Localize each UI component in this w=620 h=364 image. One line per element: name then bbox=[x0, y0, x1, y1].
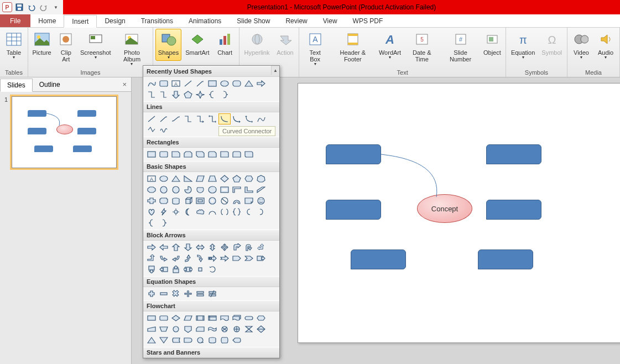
rect-snip2same[interactable] bbox=[182, 149, 194, 160]
basic-double-bracket[interactable] bbox=[218, 206, 231, 217]
fc-stored-data[interactable] bbox=[170, 335, 182, 346]
basic-can[interactable] bbox=[170, 195, 182, 206]
fc-connector[interactable] bbox=[170, 324, 182, 335]
arrow-notched[interactable] bbox=[218, 253, 231, 264]
shape-elbow[interactable] bbox=[145, 89, 158, 100]
fc-collate[interactable] bbox=[243, 324, 255, 335]
fc-sort[interactable] bbox=[255, 324, 267, 335]
basic-half-frame[interactable] bbox=[231, 184, 243, 195]
rect-round2same[interactable] bbox=[231, 149, 243, 160]
wordart-button[interactable]: AWordArt▾ bbox=[377, 29, 403, 61]
basic-cloud[interactable] bbox=[194, 206, 206, 217]
basic-cube[interactable] bbox=[182, 195, 194, 206]
basic-arc[interactable] bbox=[206, 206, 218, 217]
basic-double-brace[interactable] bbox=[231, 206, 243, 217]
arrow-callout-l[interactable] bbox=[158, 264, 170, 275]
basic-rt-triangle[interactable] bbox=[182, 173, 194, 184]
basic-textbox[interactable]: A bbox=[145, 173, 158, 184]
basic-teardrop[interactable] bbox=[206, 184, 218, 195]
basic-heart[interactable] bbox=[145, 206, 158, 217]
arrow-down[interactable] bbox=[182, 242, 194, 253]
arrow-curved-left[interactable] bbox=[170, 253, 182, 264]
line-elbow[interactable] bbox=[182, 113, 194, 124]
basic-lshape[interactable] bbox=[243, 184, 255, 195]
eq-plus[interactable] bbox=[145, 288, 158, 299]
fc-display[interactable] bbox=[231, 335, 243, 346]
basic-diamond[interactable] bbox=[218, 173, 231, 184]
rect-plain[interactable] bbox=[145, 149, 158, 160]
basic-diag-stripe[interactable] bbox=[255, 184, 267, 195]
shape-star4[interactable] bbox=[194, 89, 206, 100]
tab-insert[interactable]: Insert bbox=[64, 15, 97, 28]
arrow-leftup[interactable] bbox=[255, 242, 267, 253]
screenshot-button[interactable]: Screenshot▾ bbox=[79, 29, 112, 61]
shape-elbow-arrow[interactable] bbox=[158, 89, 170, 100]
basic-hexagon[interactable] bbox=[243, 173, 255, 184]
fc-document[interactable] bbox=[218, 313, 231, 324]
fc-terminator[interactable] bbox=[243, 313, 255, 324]
arrow-curved-up[interactable] bbox=[182, 253, 194, 264]
datetime-button[interactable]: 5Date & Time bbox=[404, 29, 440, 64]
tab-home[interactable]: Home bbox=[30, 14, 64, 27]
tab-slideshow[interactable]: Slide Show bbox=[229, 14, 278, 27]
save-icon[interactable] bbox=[14, 2, 24, 12]
clipart-button[interactable]: Clip Art bbox=[54, 29, 77, 64]
basic-sun[interactable] bbox=[170, 206, 182, 217]
rect-snip2diag[interactable] bbox=[194, 149, 206, 160]
chart-button[interactable]: Chart bbox=[213, 29, 237, 58]
basic-pentagon[interactable] bbox=[231, 173, 243, 184]
arrow-callout-r[interactable] bbox=[255, 253, 267, 264]
basic-donut[interactable] bbox=[206, 195, 218, 206]
arrow-bent[interactable] bbox=[231, 242, 243, 253]
fc-seq-storage[interactable] bbox=[194, 335, 206, 346]
eq-notequal[interactable] bbox=[206, 288, 218, 299]
rect-rounded[interactable] bbox=[158, 149, 170, 160]
shape-right-arrow[interactable] bbox=[255, 78, 267, 89]
fc-or[interactable] bbox=[231, 324, 243, 335]
basic-dodecagon[interactable] bbox=[170, 184, 182, 195]
basic-bevel[interactable] bbox=[194, 195, 206, 206]
object-button[interactable]: Object bbox=[481, 29, 503, 58]
pane-close-button[interactable]: × bbox=[122, 80, 127, 89]
basic-pie[interactable] bbox=[182, 184, 194, 195]
shape-freeform[interactable] bbox=[145, 78, 158, 89]
arrow-bent-up[interactable] bbox=[145, 253, 158, 264]
eq-equal[interactable] bbox=[194, 288, 206, 299]
arrow-pentagon[interactable] bbox=[231, 253, 243, 264]
fc-preparation[interactable] bbox=[255, 313, 267, 324]
basic-chord[interactable] bbox=[194, 184, 206, 195]
arrow-callout-quad[interactable] bbox=[194, 264, 206, 275]
shape-down-arrow[interactable] bbox=[170, 89, 182, 100]
arrow-callout-d[interactable] bbox=[145, 264, 158, 275]
arrow-left[interactable] bbox=[158, 242, 170, 253]
rect-snipround[interactable] bbox=[206, 149, 218, 160]
fc-card[interactable] bbox=[194, 324, 206, 335]
basic-trapezoid[interactable] bbox=[206, 173, 218, 184]
fc-data[interactable] bbox=[182, 313, 194, 324]
arrow-uturn[interactable] bbox=[243, 242, 255, 253]
equation-button[interactable]: πEquation▾ bbox=[508, 29, 538, 61]
shape-oval[interactable] bbox=[218, 78, 231, 89]
fc-extract[interactable] bbox=[145, 335, 158, 346]
arrow-quad[interactable] bbox=[218, 242, 231, 253]
line-freeform[interactable] bbox=[145, 124, 158, 136]
line-arrow[interactable] bbox=[158, 113, 170, 124]
picture-button[interactable]: Picture bbox=[30, 29, 53, 58]
basic-smiley[interactable] bbox=[255, 195, 267, 206]
tab-file[interactable]: File bbox=[0, 14, 30, 27]
arrow-callout-lr[interactable] bbox=[182, 264, 194, 275]
line-elbow-arrow[interactable] bbox=[194, 113, 206, 124]
tab-view[interactable]: View bbox=[315, 14, 345, 27]
fc-manual-input[interactable] bbox=[145, 324, 158, 335]
basic-left-brace[interactable] bbox=[145, 217, 158, 228]
fc-direct-access[interactable] bbox=[218, 335, 231, 346]
line-curved-connector[interactable] bbox=[218, 113, 231, 124]
line-scribble[interactable] bbox=[158, 124, 170, 136]
shape-pentagon[interactable] bbox=[182, 89, 194, 100]
arrow-right[interactable] bbox=[145, 242, 158, 253]
arrow-curved-down[interactable] bbox=[194, 253, 206, 264]
shape-triangle[interactable] bbox=[243, 78, 255, 89]
audio-button[interactable]: Audio▾ bbox=[594, 29, 617, 61]
fc-mag-disk[interactable] bbox=[206, 335, 218, 346]
basic-moon[interactable] bbox=[182, 206, 194, 217]
